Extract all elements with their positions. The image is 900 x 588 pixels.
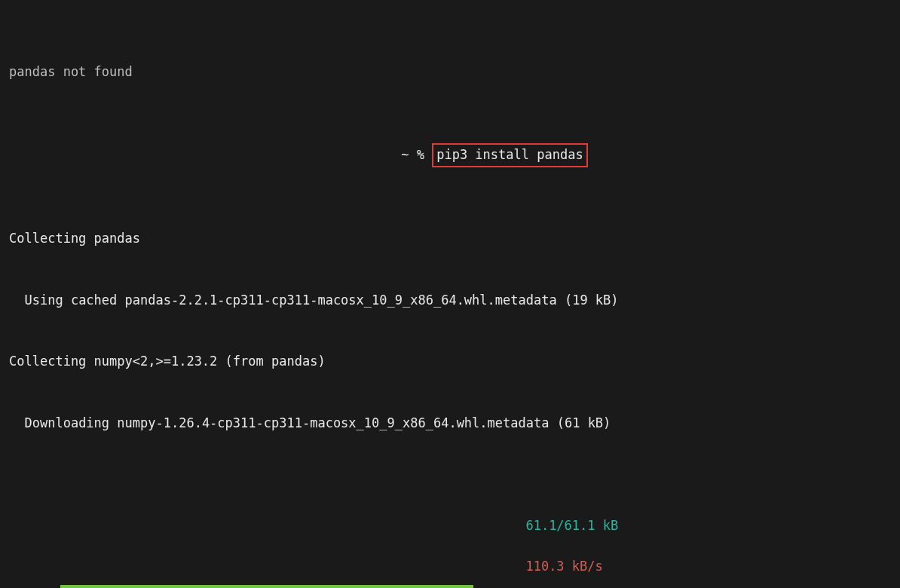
highlight-command: pip3 install pandas xyxy=(432,143,587,167)
progress-rate: 110.3 kB/s xyxy=(525,559,602,574)
prompt-separator: ~ % xyxy=(393,147,432,162)
output-line: Collecting pandas xyxy=(9,228,891,249)
output-line: Downloading numpy-1.26.4-cp311-cp311-mac… xyxy=(9,413,891,433)
output-line: Collecting numpy<2,>=1.23.2 (from pandas… xyxy=(9,351,891,372)
progress-bar xyxy=(60,585,473,588)
redacted-hostname xyxy=(9,147,393,162)
progress-done: 61.1/61.1 kB xyxy=(525,518,618,533)
output-line: Using cached pandas-2.2.1-cp311-cp311-ma… xyxy=(9,290,891,311)
terminal-output[interactable]: pandas not found ~ % pip3 install pandas… xyxy=(0,0,900,588)
output-line: pandas not found xyxy=(9,62,891,82)
progress-row: 61.1/61.1 kB 110.3 kB/s eta 0:00:00 xyxy=(9,495,891,589)
prompt-line: ~ % pip3 install pandas xyxy=(9,143,891,167)
command-text: pip3 install pandas xyxy=(436,147,583,162)
